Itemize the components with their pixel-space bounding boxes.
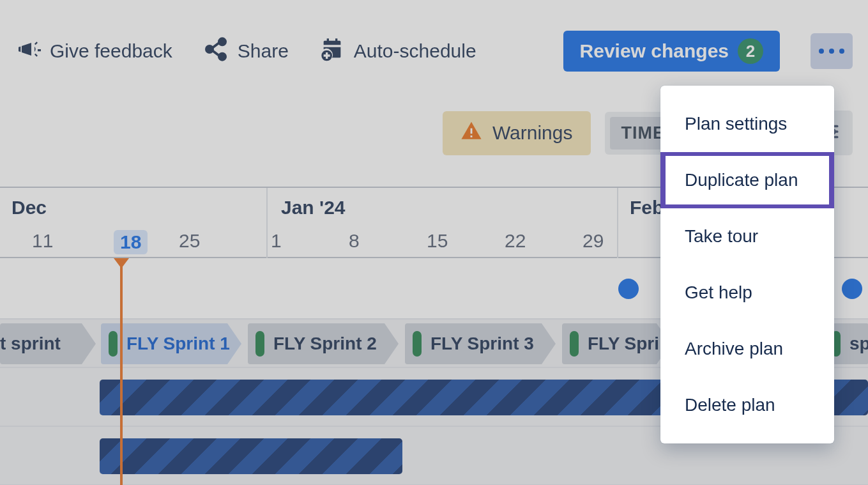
review-changes-button[interactable]: Review changes 2: [563, 31, 780, 72]
top-action-bar: Give feedback Share Auto-schedule Review…: [0, 28, 868, 74]
sprint-status-pill: [413, 331, 422, 357]
milestone-marker[interactable]: [618, 279, 639, 299]
share-button[interactable]: Share: [203, 36, 289, 66]
give-feedback-button[interactable]: Give feedback: [15, 36, 172, 66]
sprint-status-pill: [109, 331, 118, 357]
review-changes-count-badge: 2: [738, 38, 763, 64]
more-actions-button[interactable]: [811, 33, 853, 69]
svg-rect-5: [470, 135, 472, 137]
share-label: Share: [238, 40, 289, 62]
auto-schedule-label: Auto-schedule: [354, 40, 476, 62]
menu-item-get-help[interactable]: Get help: [660, 265, 834, 321]
svg-point-0: [206, 46, 213, 52]
menu-item-plan-settings[interactable]: Plan settings: [660, 96, 834, 152]
today-indicator-caret: [114, 258, 129, 268]
sprint-chip[interactable]: FLY Spri: [562, 323, 671, 364]
sprint-chip[interactable]: FLY Sprint 3: [405, 323, 556, 364]
task-bar[interactable]: [100, 438, 402, 474]
calendar-plus-icon: [319, 36, 345, 66]
today-indicator-line: [120, 258, 123, 485]
timeline-month-label: Dec: [11, 197, 47, 219]
timeline-day-label: 25: [179, 230, 200, 252]
sprint-label: t sprint: [0, 334, 61, 354]
timeline-day-label: 11: [32, 230, 53, 252]
review-changes-label: Review changes: [580, 40, 729, 62]
timeline-day-label: 15: [427, 230, 448, 252]
more-actions-menu: Plan settingsDuplicate planTake tourGet …: [660, 86, 834, 443]
timeline-day-label: 29: [582, 230, 604, 252]
timeline-month-label: Jan '24: [281, 197, 346, 219]
timeline-day-label-today: 18: [114, 230, 148, 254]
auto-schedule-button[interactable]: Auto-schedule: [319, 36, 476, 66]
share-icon: [203, 36, 229, 66]
give-feedback-label: Give feedback: [50, 40, 172, 62]
menu-item-delete-plan[interactable]: Delete plan: [660, 377, 834, 433]
menu-item-take-tour[interactable]: Take tour: [660, 208, 834, 265]
timeline-day-label: 1: [271, 230, 282, 252]
timeline-month-label: Feb: [630, 197, 664, 219]
sprint-status-pill: [570, 331, 579, 357]
sprint-label: FLY Sprint 2: [273, 334, 377, 354]
svg-point-1: [219, 38, 225, 45]
ellipsis-icon: [819, 49, 824, 54]
warning-triangle-icon: [461, 120, 482, 146]
milestone-marker[interactable]: [842, 279, 862, 299]
menu-item-duplicate-plan[interactable]: Duplicate plan: [660, 152, 834, 208]
sprint-chip[interactable]: FLY Sprint 2: [248, 323, 399, 364]
sprint-label: FLY Sprint 3: [430, 334, 534, 354]
megaphone-icon: [15, 36, 41, 66]
sprint-status-pill: [255, 331, 264, 357]
menu-item-archive-plan[interactable]: Archive plan: [660, 321, 834, 377]
timeline-day-label: 8: [349, 230, 360, 252]
sprint-chip[interactable]: t sprint: [0, 323, 96, 364]
sprint-label: spr...: [849, 334, 868, 354]
warnings-label: Warnings: [492, 122, 573, 144]
sprint-label: FLY Spri: [588, 334, 659, 354]
warnings-button[interactable]: Warnings: [443, 111, 591, 155]
svg-rect-4: [470, 128, 472, 134]
sprint-label: FLY Sprint 1: [126, 334, 230, 354]
svg-point-2: [219, 53, 225, 59]
timeline-day-label: 22: [505, 230, 526, 252]
